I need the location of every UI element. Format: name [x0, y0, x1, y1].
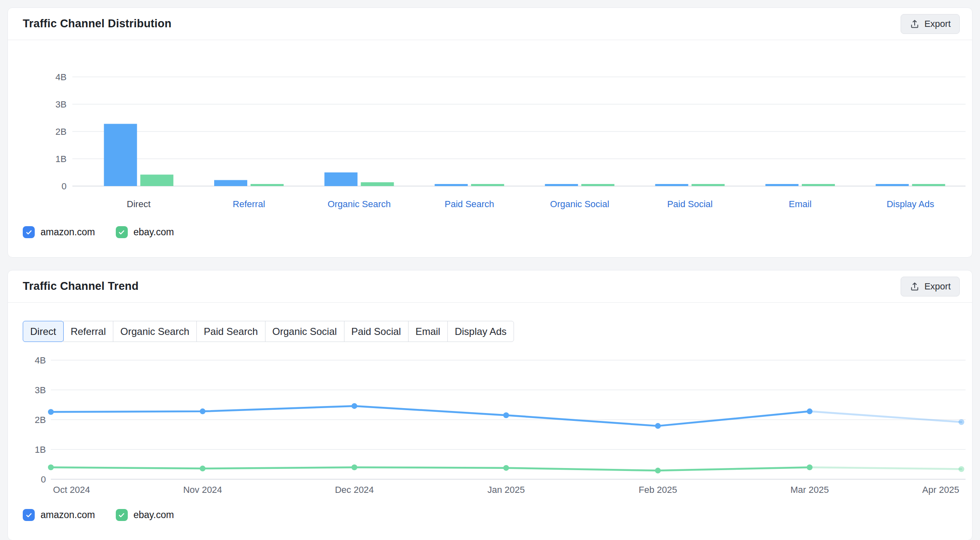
legend-item-amazon-com[interactable]: amazon.com — [23, 226, 95, 238]
bar-amazon-com-organic-search — [325, 172, 358, 186]
data-point-ebay-com — [503, 465, 509, 471]
bar-category-label-paid-search[interactable]: Paid Search — [445, 199, 494, 209]
y-axis-tick-label: 2B — [55, 127, 67, 137]
data-point-amazon-com — [200, 409, 206, 414]
bar-amazon-com-paid-search — [435, 184, 468, 186]
bar-amazon-com-referral — [214, 180, 247, 186]
legend-label: amazon.com — [41, 227, 95, 238]
export-button-label: Export — [924, 19, 951, 29]
distribution-card-title: Traffic Channel Distribution — [23, 17, 172, 30]
tab-organic-search[interactable]: Organic Search — [113, 321, 197, 342]
y-axis-tick-label: 0 — [62, 181, 67, 191]
export-icon — [910, 282, 920, 292]
tab-direct[interactable]: Direct — [23, 321, 64, 342]
bar-ebay-com-paid-search — [471, 184, 504, 186]
bar-ebay-com-display-ads — [912, 184, 945, 186]
bar-category-label-direct[interactable]: Direct — [127, 199, 151, 209]
checkbox-checked-icon[interactable] — [23, 509, 35, 521]
bar-amazon-com-display-ads — [876, 184, 909, 186]
export-button-trend[interactable]: Export — [901, 277, 960, 296]
export-icon — [910, 19, 920, 29]
trend-card-body: DirectReferralOrganic SearchPaid SearchO… — [8, 321, 972, 540]
data-point-amazon-com — [655, 423, 661, 429]
tab-organic-social[interactable]: Organic Social — [265, 321, 344, 342]
bar-ebay-com-direct — [140, 174, 173, 186]
distribution-card-header: Traffic Channel Distribution Export — [8, 8, 972, 40]
x-axis-tick-label-dec-2024: Dec 2024 — [335, 485, 374, 495]
bar-amazon-com-paid-social — [655, 184, 688, 186]
legend-label: ebay.com — [134, 227, 174, 238]
distribution-card-body: 01B2B3B4BDirectReferralOrganic SearchPai… — [8, 55, 972, 257]
legend-item-ebay-com[interactable]: ebay.com — [116, 509, 174, 521]
tab-display-ads[interactable]: Display Ads — [447, 321, 514, 342]
export-button-distribution[interactable]: Export — [901, 14, 960, 34]
line-partial-segment-ebay-com — [810, 467, 961, 469]
checkbox-checked-icon[interactable] — [116, 509, 128, 521]
export-button-label: Export — [924, 281, 951, 292]
line-amazon-com — [51, 406, 810, 426]
bar-amazon-com-direct — [104, 124, 137, 186]
bar-ebay-com-referral — [251, 184, 284, 186]
data-point-amazon-com — [351, 403, 357, 409]
data-point-ebay-com — [351, 464, 357, 470]
x-axis-tick-label-feb-2025: Feb 2025 — [639, 485, 677, 495]
line-partial-segment-amazon-com — [810, 411, 961, 422]
data-point-amazon-com — [503, 412, 509, 418]
y-axis-tick-label: 3B — [35, 385, 46, 395]
x-axis-tick-label-apr-2025: Apr 2025 — [922, 485, 959, 495]
x-axis-tick-label-nov-2024: Nov 2024 — [183, 485, 222, 495]
tab-email[interactable]: Email — [408, 321, 448, 342]
legend-item-ebay-com[interactable]: ebay.com — [116, 226, 174, 238]
bar-category-label-email[interactable]: Email — [789, 199, 812, 209]
legend-label: amazon.com — [41, 509, 95, 521]
y-axis-tick-label: 3B — [55, 99, 67, 110]
x-axis-tick-label-jan-2025: Jan 2025 — [488, 485, 525, 495]
trend-card-title: Traffic Channel Trend — [23, 280, 139, 293]
bar-amazon-com-organic-social — [545, 184, 578, 186]
distribution-bar-chart-svg: 01B2B3B4BDirectReferralOrganic SearchPai… — [23, 55, 967, 220]
line-ebay-com — [51, 467, 810, 471]
data-point-amazon-com — [48, 409, 54, 415]
bar-ebay-com-paid-social — [691, 184, 724, 186]
y-axis-tick-label: 0 — [41, 474, 46, 485]
data-point-ebay-com — [200, 466, 206, 471]
bar-amazon-com-email — [765, 184, 798, 186]
bar-category-label-display-ads[interactable]: Display Ads — [887, 199, 934, 209]
y-axis-tick-label: 4B — [55, 72, 67, 82]
tab-referral[interactable]: Referral — [63, 321, 113, 342]
bar-category-label-paid-social[interactable]: Paid Social — [667, 199, 712, 209]
distribution-bar-chart: 01B2B3B4BDirectReferralOrganic SearchPai… — [23, 55, 966, 220]
tab-paid-search[interactable]: Paid Search — [196, 321, 265, 342]
data-point-ebay-com — [807, 464, 813, 470]
bar-ebay-com-organic-search — [361, 182, 394, 186]
data-point-amazon-com — [807, 409, 813, 414]
legend-label: ebay.com — [134, 509, 174, 521]
page: Traffic Channel Distribution Export 01B2… — [7, 7, 973, 540]
distribution-legend: amazon.comebay.com — [23, 226, 966, 238]
bar-ebay-com-email — [802, 184, 835, 186]
data-point-ebay-com — [655, 468, 661, 473]
bar-ebay-com-organic-social — [581, 184, 614, 186]
trend-card-header: Traffic Channel Trend Export — [8, 270, 972, 303]
data-point-amazon-com — [958, 419, 964, 425]
x-axis-tick-label-oct-2024: Oct 2024 — [53, 485, 90, 495]
tab-paid-social[interactable]: Paid Social — [344, 321, 409, 342]
checkbox-checked-icon[interactable] — [116, 226, 128, 238]
trend-legend: amazon.comebay.com — [23, 509, 966, 521]
trend-line-chart: 01B2B3B4BOct 2024Nov 2024Dec 2024Jan 202… — [23, 350, 966, 502]
checkbox-checked-icon[interactable] — [23, 226, 35, 238]
trend-channel-tabs: DirectReferralOrganic SearchPaid SearchO… — [23, 321, 966, 342]
x-axis-tick-label-mar-2025: Mar 2025 — [791, 485, 829, 495]
bar-category-label-organic-search[interactable]: Organic Search — [327, 199, 391, 209]
y-axis-tick-label: 1B — [55, 154, 67, 164]
bar-category-label-organic-social[interactable]: Organic Social — [550, 199, 609, 209]
distribution-card: Traffic Channel Distribution Export 01B2… — [7, 7, 973, 258]
y-axis-tick-label: 4B — [35, 355, 46, 366]
y-axis-tick-label: 2B — [35, 415, 46, 425]
data-point-ebay-com — [958, 466, 964, 472]
trend-card: Traffic Channel Trend Export DirectRefer… — [7, 270, 973, 540]
y-axis-tick-label: 1B — [35, 444, 46, 455]
bar-category-label-referral[interactable]: Referral — [233, 199, 265, 209]
legend-item-amazon-com[interactable]: amazon.com — [23, 509, 95, 521]
data-point-ebay-com — [48, 464, 54, 470]
